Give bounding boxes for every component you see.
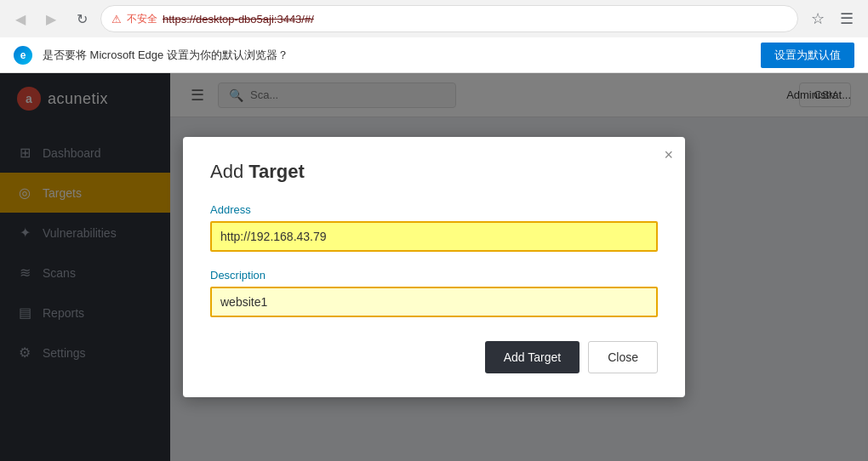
modal-close-button[interactable]: ×: [664, 147, 673, 162]
edge-prompt-text: 是否要将 Microsoft Edge 设置为你的默认浏览器？: [43, 48, 751, 63]
warning-icon: ⚠: [111, 13, 122, 26]
modal-title-part2: Target: [248, 161, 305, 182]
add-target-button[interactable]: Add Target: [485, 341, 580, 373]
description-label: Description: [210, 269, 658, 282]
edge-prompt-bar: e 是否要将 Microsoft Edge 设置为你的默认浏览器？ 设置为默认值: [0, 37, 868, 73]
add-target-modal: × Add Target Address Description Add Tar…: [183, 137, 685, 397]
description-field-group: Description: [210, 269, 658, 317]
forward-button[interactable]: ▶: [39, 7, 63, 31]
browser-menu-icon[interactable]: ☰: [834, 6, 859, 31]
close-button[interactable]: Close: [588, 341, 658, 373]
browser-toolbar: ◀ ▶ ↻ ⚠ 不安全 https://desktop-dbo5aji:3443…: [0, 0, 868, 37]
refresh-button[interactable]: ↻: [70, 7, 94, 31]
address-label: Address: [210, 203, 658, 216]
modal-footer: Add Target Close: [210, 341, 658, 373]
insecure-label: 不安全: [127, 12, 157, 26]
modal-title: Add Target: [210, 161, 658, 183]
edge-logo-char: e: [20, 49, 26, 61]
set-default-button[interactable]: 设置为默认值: [761, 43, 854, 68]
address-field-group: Address: [210, 203, 658, 252]
edge-logo: e: [14, 46, 32, 65]
favorites-icon[interactable]: ☆: [805, 6, 831, 31]
address-bar[interactable]: ⚠ 不安全 https://desktop-dbo5aji:3443/#/: [100, 5, 798, 32]
back-button[interactable]: ◀: [9, 7, 32, 31]
modal-overlay: × Add Target Address Description Add Tar…: [0, 73, 868, 461]
modal-title-part1: Add: [210, 161, 248, 182]
browser-icons: ☆ ☰: [805, 6, 859, 31]
address-input[interactable]: [210, 221, 658, 252]
url-strikethrough: https://desktop-dbo5aji:3443/#/: [163, 13, 314, 26]
description-input[interactable]: [210, 287, 658, 317]
